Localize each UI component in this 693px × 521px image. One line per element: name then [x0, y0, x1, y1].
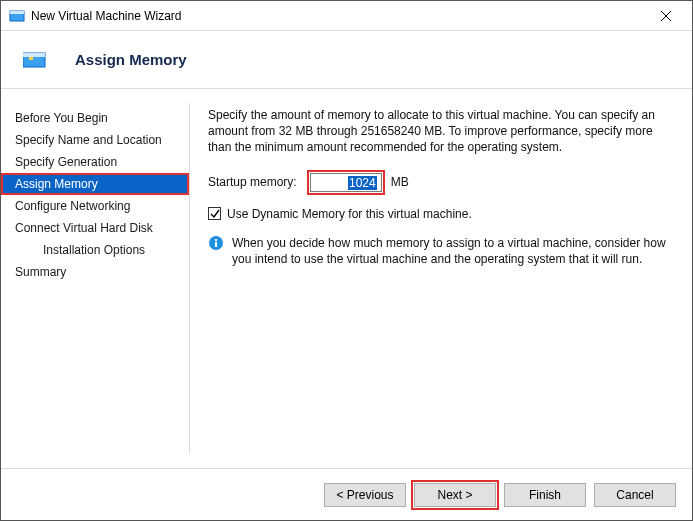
cancel-button[interactable]: Cancel — [594, 483, 676, 507]
svg-rect-8 — [215, 242, 217, 247]
sidebar-item-summary[interactable]: Summary — [1, 261, 189, 283]
sidebar-item-label: Installation Options — [43, 243, 145, 257]
svg-rect-6 — [29, 57, 33, 60]
titlebar: New Virtual Machine Wizard — [1, 1, 692, 31]
svg-rect-1 — [10, 11, 24, 14]
dynamic-memory-row: Use Dynamic Memory for this virtual mach… — [208, 207, 674, 221]
sidebar-item-label: Before You Begin — [15, 111, 108, 125]
info-text: When you decide how much memory to assig… — [232, 235, 674, 267]
sidebar-item-label: Connect Virtual Hard Disk — [15, 221, 153, 235]
startup-memory-label: Startup memory: — [208, 175, 297, 189]
sidebar-item-assign-memory[interactable]: Assign Memory — [1, 173, 189, 195]
sidebar-item-specify-generation[interactable]: Specify Generation — [1, 151, 189, 173]
page-title: Assign Memory — [75, 51, 187, 68]
sidebar-item-label: Summary — [15, 265, 66, 279]
sidebar-item-configure-networking[interactable]: Configure Networking — [1, 195, 189, 217]
wizard-header-icon — [23, 51, 47, 69]
wizard-content: Specify the amount of memory to allocate… — [190, 89, 692, 468]
window-title: New Virtual Machine Wizard — [31, 9, 646, 23]
app-icon — [9, 8, 25, 24]
info-row: When you decide how much memory to assig… — [208, 235, 674, 267]
startup-memory-row: Startup memory: 1024 MB — [208, 170, 674, 195]
next-button[interactable]: Next > — [414, 483, 496, 507]
close-button[interactable] — [646, 2, 686, 30]
sidebar-item-installation-options[interactable]: Installation Options — [1, 239, 189, 261]
sidebar-item-specify-name-and-location[interactable]: Specify Name and Location — [1, 129, 189, 151]
dynamic-memory-label: Use Dynamic Memory for this virtual mach… — [227, 207, 472, 221]
wizard-footer: < Previous Next > Finish Cancel — [1, 468, 692, 520]
svg-rect-9 — [215, 239, 217, 241]
finish-button[interactable]: Finish — [504, 483, 586, 507]
sidebar-item-label: Specify Generation — [15, 155, 117, 169]
memory-unit: MB — [391, 175, 409, 189]
wizard-sidebar: Before You BeginSpecify Name and Locatio… — [1, 89, 189, 468]
sidebar-item-connect-virtual-hard-disk[interactable]: Connect Virtual Hard Disk — [1, 217, 189, 239]
dynamic-memory-checkbox[interactable] — [208, 207, 221, 220]
startup-memory-highlight: 1024 — [307, 170, 385, 195]
sidebar-item-label: Specify Name and Location — [15, 133, 162, 147]
wizard-body: Before You BeginSpecify Name and Locatio… — [1, 89, 692, 468]
svg-rect-5 — [23, 53, 45, 57]
info-icon — [208, 235, 224, 251]
intro-text: Specify the amount of memory to allocate… — [208, 107, 674, 156]
sidebar-item-label: Configure Networking — [15, 199, 130, 213]
sidebar-item-label: Assign Memory — [15, 177, 98, 191]
wizard-header: Assign Memory — [1, 31, 692, 89]
previous-button[interactable]: < Previous — [324, 483, 406, 507]
startup-memory-input[interactable]: 1024 — [310, 173, 382, 192]
sidebar-item-before-you-begin[interactable]: Before You Begin — [1, 107, 189, 129]
